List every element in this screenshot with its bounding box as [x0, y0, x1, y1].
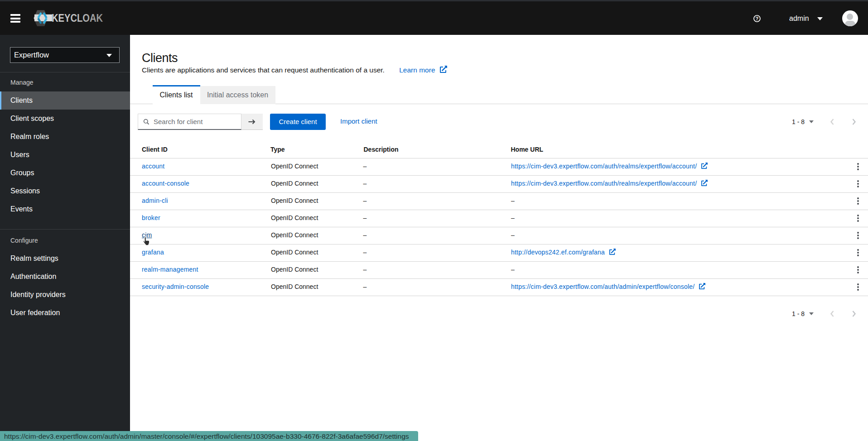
svg-text:?: ?	[756, 15, 758, 21]
svg-text:KEYCLOAK: KEYCLOAK	[52, 12, 103, 24]
